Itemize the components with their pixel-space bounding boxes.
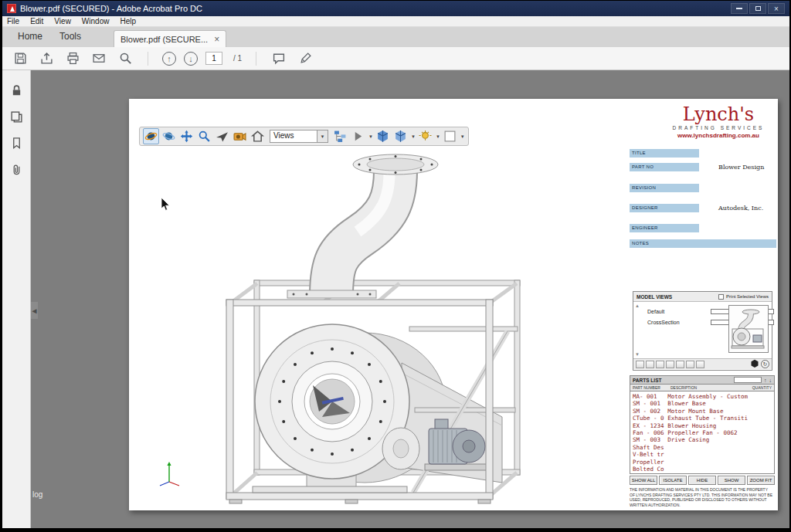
save-icon[interactable] <box>12 50 29 67</box>
column-description: DESCRIPTION <box>670 385 748 390</box>
view-layout-icon[interactable] <box>636 361 644 368</box>
attachments-paperclip-icon[interactable] <box>8 161 24 177</box>
page-number-input[interactable] <box>205 52 222 65</box>
parts-row[interactable]: SM - 003 Drive Casing <box>633 436 774 443</box>
menu-bar: File Edit View Window Help <box>2 16 789 27</box>
view-layout-icon[interactable] <box>656 361 664 368</box>
field-title-label: TITLE <box>630 149 699 158</box>
next-page-icon[interactable]: ↓ <box>184 52 198 66</box>
main-toolbar: ↑ ↓ / 1 <box>2 47 789 70</box>
acrobat-window: Blower.pdf (SECURED) - Adobe Acrobat Pro… <box>2 1 789 528</box>
play-chevron-down-icon[interactable]: ▼ <box>368 134 373 139</box>
parts-row[interactable]: Fan - 006 Propeller Fan - 0062 <box>633 429 774 436</box>
parts-list-column-headers: PART NUMBER DESCRIPTION QUANTITY <box>630 385 775 391</box>
page-thumbnails-icon[interactable] <box>8 109 24 124</box>
document-viewport[interactable]: ◄ log <box>31 70 789 528</box>
sort-down-icon[interactable]: ↓ <box>769 378 772 383</box>
rotate-tool-icon[interactable] <box>143 128 159 144</box>
isolate-button[interactable]: ISOLATE <box>659 476 687 485</box>
parts-row[interactable]: SM - 002 Motor Mount Base <box>633 408 774 415</box>
scroll-up-icon[interactable]: ▲ <box>635 303 640 308</box>
menu-help[interactable]: Help <box>120 17 136 25</box>
lighting-chevron-down-icon[interactable]: ▼ <box>436 134 440 139</box>
view-thumbnail[interactable] <box>728 305 769 353</box>
company-logo: Lynch's DRAFTING SERVICES www.lynchsdraf… <box>660 105 776 139</box>
parts-row[interactable]: MA- 001 Motor Assembly - Custom <box>633 393 774 400</box>
parts-row[interactable]: Bolted Co <box>633 466 774 473</box>
parts-row[interactable]: EX - 1234 Blower Housing <box>633 422 774 429</box>
brand-subtitle: DRAFTING SERVICES <box>660 125 776 130</box>
field-revision-label: REVISION <box>630 184 699 192</box>
tab-document[interactable]: Blower.pdf (SECURE... × <box>114 30 226 47</box>
show-all-button[interactable]: SHOW ALL <box>630 476 657 485</box>
security-lock-icon[interactable] <box>8 83 24 98</box>
tab-bar: Home Tools Blower.pdf (SECURE... × <box>2 27 789 47</box>
menu-file[interactable]: File <box>7 17 19 25</box>
pdf-page: Views ▼ ▼ ▼ <box>129 99 778 510</box>
email-icon[interactable] <box>90 50 107 67</box>
parts-row[interactable]: Propeller <box>633 459 774 466</box>
minimize-button[interactable] <box>731 3 748 14</box>
sign-pen-icon[interactable] <box>297 50 314 67</box>
cube-chevron-down-icon[interactable]: ▼ <box>411 134 416 139</box>
hide-button[interactable]: HIDE <box>688 476 716 485</box>
brand-website[interactable]: www.lynchsdrafting.com.au <box>660 132 776 139</box>
mouse-cursor <box>161 197 171 212</box>
share-icon[interactable] <box>38 50 55 67</box>
pan-tool-icon[interactable] <box>178 128 195 144</box>
column-quantity: QUANTITY <box>748 385 774 390</box>
print-icon[interactable] <box>64 50 81 67</box>
copyright-disclaimer: THE INFORMATION AND MATERIAL IN THIS DOC… <box>630 487 773 507</box>
background-chevron-down-icon[interactable]: ▼ <box>460 134 465 139</box>
parts-row[interactable]: V-Belt tr <box>633 451 774 458</box>
close-button[interactable]: × <box>768 3 785 14</box>
field-designer-value: Autodesk, Inc. <box>718 205 763 212</box>
view-layout-icon[interactable] <box>646 361 654 368</box>
maximize-button[interactable] <box>749 3 766 14</box>
parts-list-header: PARTS LIST ↑ ↓ <box>630 375 775 385</box>
model-views-list: ▲ Default CrossSection ▼ <box>633 302 772 358</box>
view-layout-icon[interactable] <box>666 361 674 368</box>
show-button[interactable]: SHOW <box>718 476 745 485</box>
parts-list-title: PARTS LIST <box>633 378 732 383</box>
scroll-down-icon[interactable]: ▼ <box>635 352 640 357</box>
toolbar-divider <box>148 52 148 66</box>
collapse-panel-icon[interactable]: ◄ <box>31 302 38 319</box>
view-layout-icon[interactable] <box>686 361 694 368</box>
3d-model-canvas[interactable] <box>206 141 538 508</box>
comment-icon[interactable] <box>270 50 287 67</box>
menu-window[interactable]: Window <box>82 17 110 25</box>
field-designer-label: DESIGNER <box>630 204 699 212</box>
model-views-title: MODEL VIEWS <box>637 294 718 300</box>
field-designer: DESIGNER Autodesk, Inc. <box>630 204 776 212</box>
spin-tool-icon[interactable] <box>161 128 177 144</box>
toolbar-divider <box>256 52 256 66</box>
navigation-sidebar <box>2 70 31 528</box>
view-item-label: CrossSection <box>647 320 711 325</box>
tab-tools[interactable]: Tools <box>53 31 92 47</box>
menu-edit[interactable]: Edit <box>30 17 43 25</box>
parts-row[interactable]: SM - 001 Blower Base <box>633 400 774 407</box>
print-selected-views-checkbox[interactable] <box>718 294 724 300</box>
parts-row[interactable]: Shaft Des <box>633 444 774 451</box>
tab-home[interactable]: Home <box>12 31 53 47</box>
parts-list-rows: MA- 001 Motor Assembly - Custom SM - 001… <box>630 391 775 474</box>
view-layout-icon[interactable] <box>676 361 684 368</box>
title-bar: Blower.pdf (SECURED) - Adobe Acrobat Pro… <box>2 1 789 16</box>
window-title: Blower.pdf (SECURED) - Adobe Acrobat Pro… <box>20 4 731 13</box>
previous-page-icon[interactable]: ↑ <box>162 52 176 66</box>
tab-close-icon[interactable]: × <box>214 34 219 45</box>
bookmarks-icon[interactable] <box>8 135 24 151</box>
parts-filter-input[interactable] <box>734 377 762 383</box>
field-partno-label: PART NO <box>630 163 699 171</box>
refresh-view-icon[interactable]: ↻ <box>761 360 769 368</box>
parts-row[interactable]: CTube - 0 Exhaust Tube - Transiti <box>633 415 774 422</box>
menu-view[interactable]: View <box>54 17 71 25</box>
sort-up-icon[interactable]: ↑ <box>764 378 767 383</box>
zoom-fit-button[interactable]: ZOOM FIT <box>747 476 775 485</box>
print-selected-views-label: Print Selected Views <box>726 294 769 299</box>
solid-cube-icon[interactable] <box>750 357 759 371</box>
search-icon[interactable] <box>117 50 134 67</box>
field-partno-value: Blower Design <box>718 164 764 171</box>
view-layout-icon[interactable] <box>696 361 704 368</box>
